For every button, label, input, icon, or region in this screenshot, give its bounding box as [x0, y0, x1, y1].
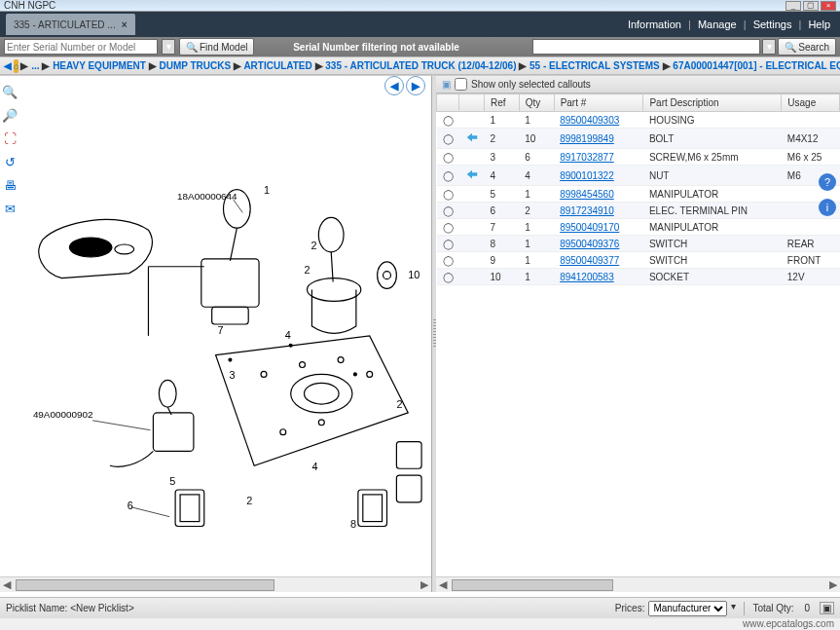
- back-icon[interactable]: ◀: [4, 60, 12, 71]
- row-radio[interactable]: ◯: [437, 252, 459, 269]
- zoom-in-icon[interactable]: 🔍: [2, 84, 18, 99]
- search-input[interactable]: [532, 39, 760, 55]
- breadcrumb-item[interactable]: ARTICULATED: [243, 60, 311, 71]
- cell-part[interactable]: 89500409170: [554, 219, 643, 236]
- col-part[interactable]: Part #: [554, 94, 643, 112]
- table-row[interactable]: ◯448900101322NUTM6: [437, 166, 840, 186]
- cell-part[interactable]: 8941200583: [554, 269, 643, 285]
- collapse-icon[interactable]: ▣: [442, 79, 451, 90]
- col-select[interactable]: [437, 94, 459, 112]
- table-row[interactable]: ◯1018941200583SOCKET12V: [437, 269, 840, 285]
- prev-page-button[interactable]: ◀: [384, 76, 404, 95]
- cell-part[interactable]: 89500409376: [554, 236, 643, 252]
- expand-icon[interactable]: ▣: [820, 602, 834, 614]
- serial-dropdown-button[interactable]: ▾: [162, 39, 175, 55]
- show-only-checkbox[interactable]: [455, 78, 467, 91]
- table-row[interactable]: ◯368917032877SCREW,M6 x 25mmM6 x 25: [437, 149, 840, 166]
- picklist-label: Picklist Name:: [6, 603, 67, 613]
- breadcrumb-item[interactable]: HEAVY EQUIPMENT: [53, 60, 146, 71]
- home-icon[interactable]: ⌂: [14, 59, 18, 73]
- breadcrumb-item[interactable]: 55 - ELECTRICAL SYSTEMS: [530, 60, 660, 71]
- row-radio[interactable]: ◯: [437, 129, 459, 149]
- svg-line-49: [92, 421, 150, 430]
- link-settings[interactable]: Settings: [753, 19, 792, 30]
- row-note-icon[interactable]: [459, 129, 485, 149]
- cell-desc: NUT: [643, 166, 782, 186]
- table-row[interactable]: ◯8189500409376SWITCHREAR: [437, 236, 840, 252]
- tab-close-icon[interactable]: ×: [122, 19, 128, 30]
- row-note-icon[interactable]: [459, 166, 485, 186]
- col-qty[interactable]: Qty: [519, 94, 554, 112]
- breadcrumb-item[interactable]: ...: [31, 60, 39, 71]
- search-button[interactable]: 🔍 Search: [778, 38, 836, 56]
- svg-point-15: [280, 429, 286, 435]
- breadcrumb-item[interactable]: 335 - ARTICULATED TRUCK (12/04-12/06): [325, 60, 516, 71]
- breadcrumb-item[interactable]: DUMP TRUCKS: [159, 60, 231, 71]
- table-row[interactable]: ◯7189500409170MANIPULATOR: [437, 219, 840, 236]
- cell-part[interactable]: 8917032877: [554, 149, 643, 166]
- cell-part[interactable]: 8917234910: [554, 203, 643, 219]
- close-button[interactable]: ×: [821, 1, 836, 11]
- breadcrumb-item[interactable]: 67A00001447[001] - ELECTRICAL EQUIPMENTS…: [673, 60, 840, 71]
- table-row[interactable]: ◯1189500409303HOUSING: [437, 112, 840, 129]
- cell-usage: M6 x 25: [782, 149, 840, 166]
- print-icon[interactable]: 🖶: [2, 177, 18, 193]
- prices-dropdown-button[interactable]: ▾: [731, 601, 736, 616]
- table-row[interactable]: ◯518998454560MANIPULATOR: [437, 186, 840, 203]
- row-radio[interactable]: ◯: [437, 203, 459, 219]
- cell-usage: M4X12: [782, 129, 840, 149]
- cell-part[interactable]: 8998454560: [554, 186, 643, 203]
- row-radio[interactable]: ◯: [437, 186, 459, 203]
- total-qty-label: Total Qty:: [752, 603, 793, 613]
- col-usage[interactable]: Usage: [782, 94, 840, 112]
- parts-diagram[interactable]: 1 2 3 4 5 6 7 8 9 10 2 2 2 4 8: [23, 84, 427, 569]
- tab-model[interactable]: 335 - ARTICULATED ... ×: [6, 14, 135, 35]
- search-dropdown-button[interactable]: ▾: [762, 39, 776, 55]
- link-help[interactable]: Help: [808, 19, 830, 30]
- row-radio[interactable]: ◯: [437, 269, 459, 285]
- svg-text:1: 1: [264, 184, 270, 196]
- table-row[interactable]: ◯628917234910ELEC. TERMINAL PIN: [437, 203, 840, 219]
- table-row[interactable]: ◯9189500409377SWITCHFRONT: [437, 252, 840, 269]
- prices-select[interactable]: Manufacturer: [648, 601, 727, 616]
- svg-point-16: [318, 420, 324, 426]
- diagram-hscroll[interactable]: ◀▶: [0, 576, 431, 592]
- cell-part[interactable]: 89500409303: [554, 112, 643, 129]
- find-model-button[interactable]: 🔍 Find Model: [179, 38, 254, 56]
- cell-part[interactable]: 89500409377: [554, 252, 643, 269]
- tab-bar: 335 - ARTICULATED ... × Information | Ma…: [0, 12, 840, 37]
- svg-point-8: [307, 278, 360, 302]
- row-radio[interactable]: ◯: [437, 149, 459, 166]
- serial-input[interactable]: [4, 39, 158, 55]
- cell-part[interactable]: 8998199849: [554, 129, 643, 149]
- diagram-label-a: 18A00000644: [177, 191, 237, 202]
- svg-rect-3: [212, 307, 249, 324]
- info-icon[interactable]: i: [819, 199, 836, 216]
- row-radio[interactable]: ◯: [437, 166, 459, 186]
- svg-point-31: [289, 344, 292, 347]
- zoom-out-icon[interactable]: 🔎: [2, 107, 18, 123]
- reset-icon[interactable]: ↺: [2, 154, 18, 169]
- cell-part[interactable]: 8900101322: [554, 166, 643, 186]
- row-radio[interactable]: ◯: [437, 112, 459, 129]
- svg-line-10: [331, 252, 333, 282]
- email-icon[interactable]: ✉: [2, 201, 18, 216]
- svg-point-9: [318, 217, 344, 252]
- table-hscroll[interactable]: ◀▶: [436, 576, 840, 592]
- minimize-button[interactable]: _: [785, 1, 801, 11]
- col-desc[interactable]: Part Description: [643, 94, 782, 112]
- table-row[interactable]: ◯2108998199849BOLTM4X12: [437, 129, 840, 149]
- col-ref[interactable]: Ref: [485, 94, 520, 112]
- svg-rect-27: [396, 475, 421, 502]
- maximize-button[interactable]: ▢: [803, 1, 819, 11]
- row-radio[interactable]: ◯: [437, 236, 459, 252]
- help-bubble-icon[interactable]: ?: [819, 173, 836, 191]
- row-note-icon: [459, 149, 485, 166]
- row-radio[interactable]: ◯: [437, 219, 459, 236]
- next-page-button[interactable]: ▶: [406, 76, 425, 95]
- picklist-name[interactable]: <New Picklist>: [70, 603, 134, 613]
- col-note[interactable]: [459, 94, 485, 112]
- fit-icon[interactable]: ⛶: [2, 130, 18, 146]
- link-manage[interactable]: Manage: [698, 19, 737, 30]
- link-information[interactable]: Information: [628, 19, 681, 30]
